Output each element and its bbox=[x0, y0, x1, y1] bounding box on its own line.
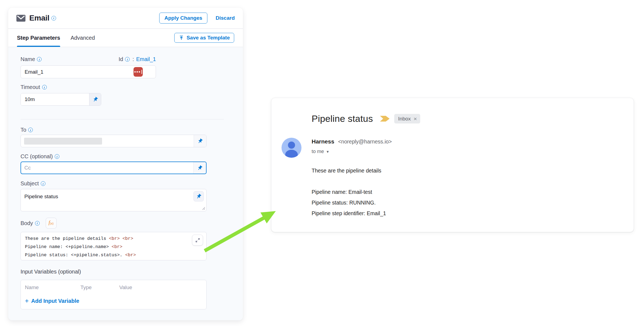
id-value-link[interactable]: Email_1 bbox=[136, 56, 156, 62]
subject-label-group: Subject i bbox=[21, 180, 45, 187]
badge-dot bbox=[134, 71, 136, 73]
cc-label-group: CC (optional) i bbox=[21, 153, 59, 160]
body-code-lines: These are the pipeline details <br> <br>… bbox=[25, 235, 190, 260]
timeout-input[interactable] bbox=[21, 93, 89, 105]
pin-icon bbox=[196, 137, 204, 145]
panel-header: Email i Apply Changes Discard bbox=[8, 8, 243, 29]
sender-name: Harness bbox=[312, 138, 334, 145]
upload-icon bbox=[179, 35, 184, 41]
cc-label-row: CC (optional) i bbox=[21, 153, 231, 160]
info-icon[interactable]: i bbox=[35, 221, 40, 226]
expression-fx-button[interactable]: f (x) bbox=[46, 218, 57, 229]
subject-field-wrap: Pipeline status bbox=[21, 189, 207, 211]
tab-step-parameters[interactable]: Step Parameters bbox=[17, 29, 60, 47]
to-input[interactable] bbox=[21, 135, 194, 147]
name-label-group: Name i bbox=[21, 56, 42, 62]
section-divider bbox=[21, 119, 224, 119]
subject-textarea[interactable]: Pipeline status bbox=[21, 189, 207, 211]
badge-dot bbox=[137, 71, 138, 73]
id-separator: : bbox=[132, 56, 134, 62]
body-label-row: Body i f (x) bbox=[21, 218, 231, 229]
fx-sub: (x) bbox=[50, 222, 54, 225]
name-id-row: Name i Id i : Email_1 bbox=[21, 56, 156, 62]
column-value: Value bbox=[119, 284, 132, 290]
sender-meta: Harness <noreply@harness.io> to me ▾ bbox=[312, 138, 392, 158]
sender-line: Harness <noreply@harness.io> bbox=[312, 138, 392, 145]
timeout-pin-toggle[interactable] bbox=[89, 93, 101, 105]
info-icon[interactable]: i bbox=[51, 16, 56, 21]
input-variables-box: Name Type Value + Add Input Variable bbox=[21, 280, 207, 309]
name-field-wrap bbox=[21, 65, 156, 78]
email-preview-card: Pipeline status Inbox × bbox=[271, 98, 634, 232]
id-group: Id i : Email_1 bbox=[118, 56, 156, 62]
cc-field bbox=[21, 162, 207, 174]
timeout-label-group: Timeout i bbox=[21, 84, 47, 90]
column-type: Type bbox=[80, 284, 119, 290]
step-parameters-form: Name i Id i : Email_1 bbox=[8, 47, 243, 320]
recipient-label: to me bbox=[312, 149, 324, 154]
email-step-panel: Email i Apply Changes Discard Step Param… bbox=[8, 8, 243, 320]
timeout-label-row: Timeout i bbox=[21, 84, 231, 90]
subject-label-row: Subject i bbox=[21, 180, 231, 187]
add-input-variable-button[interactable]: + Add Input Variable bbox=[25, 297, 202, 305]
subject-pin-toggle[interactable] bbox=[193, 191, 204, 202]
recipient-toggle[interactable]: to me ▾ bbox=[312, 149, 392, 154]
redacted-email-value bbox=[24, 138, 102, 145]
cc-input[interactable] bbox=[24, 165, 190, 171]
expand-icon bbox=[195, 238, 200, 243]
inbox-label-chip[interactable]: Inbox × bbox=[394, 114, 420, 123]
sender-row: Harness <noreply@harness.io> to me ▾ bbox=[312, 138, 617, 158]
pin-icon bbox=[196, 164, 204, 172]
inbox-label: Inbox bbox=[398, 116, 411, 122]
pin-icon bbox=[91, 95, 99, 103]
badge-cursor bbox=[141, 70, 142, 74]
body-label: Body bbox=[21, 220, 33, 226]
name-label: Name bbox=[21, 56, 35, 62]
column-name: Name bbox=[25, 284, 80, 290]
cc-pin-toggle[interactable] bbox=[193, 162, 206, 174]
info-icon[interactable]: i bbox=[37, 57, 42, 62]
expand-editor-button[interactable] bbox=[192, 235, 203, 246]
info-icon[interactable]: i bbox=[55, 154, 59, 159]
extension-badge-icon[interactable] bbox=[134, 67, 143, 77]
timeout-field bbox=[21, 93, 101, 106]
to-field[interactable] bbox=[21, 135, 207, 147]
badge-dot bbox=[139, 71, 140, 73]
avatar[interactable] bbox=[282, 138, 301, 158]
importance-marker-icon[interactable] bbox=[380, 115, 390, 122]
input-variables-header: Name Type Value bbox=[25, 284, 202, 290]
save-as-template-button[interactable]: Save as Template bbox=[174, 33, 234, 43]
save-as-template-label: Save as Template bbox=[187, 35, 230, 41]
apply-changes-button[interactable]: Apply Changes bbox=[159, 13, 207, 24]
step-title: Email bbox=[29, 14, 50, 22]
email-body: These are the pipeline details Pipeline … bbox=[312, 165, 617, 219]
email-subject: Pipeline status bbox=[312, 113, 373, 124]
page: Email i Apply Changes Discard Step Param… bbox=[0, 0, 644, 328]
sender-email: <noreply@harness.io> bbox=[338, 139, 392, 145]
info-icon[interactable]: i bbox=[41, 181, 45, 186]
input-variables-label: Input Variables (optional) bbox=[21, 269, 231, 275]
email-icon bbox=[16, 15, 25, 22]
close-icon[interactable]: × bbox=[414, 116, 417, 122]
info-icon[interactable]: i bbox=[42, 85, 47, 90]
discard-button[interactable]: Discard bbox=[216, 15, 235, 21]
pin-icon bbox=[195, 192, 202, 200]
to-label-row: To i bbox=[21, 127, 231, 133]
plus-icon: + bbox=[25, 297, 29, 305]
info-icon[interactable]: i bbox=[28, 128, 33, 132]
add-input-variable-label: Add Input Variable bbox=[31, 298, 79, 304]
id-label: Id bbox=[118, 56, 123, 62]
cc-label: CC (optional) bbox=[21, 153, 53, 160]
info-icon[interactable]: i bbox=[125, 57, 130, 62]
body-code-editor[interactable]: These are the pipeline details <br> <br>… bbox=[21, 232, 207, 260]
chevron-down-icon: ▾ bbox=[327, 149, 329, 154]
resize-handle-icon[interactable] bbox=[202, 207, 205, 210]
email-title-row: Pipeline status Inbox × bbox=[312, 113, 617, 124]
to-label-group: To i bbox=[21, 127, 33, 133]
to-pin-toggle[interactable] bbox=[194, 135, 206, 147]
tab-bar: Step Parameters Advanced Save as Templat… bbox=[8, 29, 243, 47]
body-label-group: Body i bbox=[21, 220, 40, 226]
subject-label: Subject bbox=[21, 180, 39, 187]
tab-advanced[interactable]: Advanced bbox=[71, 29, 95, 47]
timeout-label: Timeout bbox=[21, 84, 40, 90]
